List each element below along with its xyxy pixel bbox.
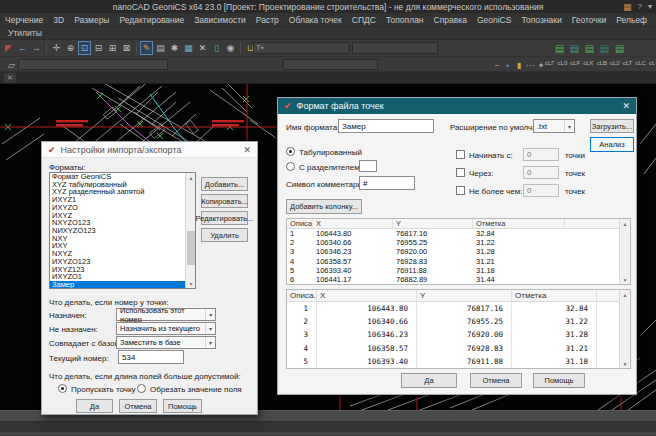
- zoom-window-icon[interactable]: ⊡: [78, 41, 91, 55]
- export-points-icon[interactable]: ▤: [613, 41, 626, 55]
- dialog-title-bar[interactable]: ✔ Настройки импорта/экспорта ✕: [42, 142, 257, 158]
- format-list-item[interactable]: XYZ табулированный: [50, 181, 185, 189]
- chevron-down-icon[interactable]: ▾: [564, 120, 574, 132]
- menu-item[interactable]: Зависимости: [189, 15, 251, 25]
- menu-item[interactable]: Размеры: [69, 15, 114, 25]
- trim-value-radio[interactable]: [137, 384, 146, 393]
- menu-item[interactable]: 3D: [48, 15, 69, 25]
- format-list-item[interactable]: Формат GeoniCS: [50, 173, 185, 181]
- extension-select[interactable]: .txt▾: [533, 119, 575, 133]
- menu-item[interactable]: GeoniCS: [472, 15, 517, 25]
- nanocad-logo-icon[interactable]: ◤: [2, 41, 15, 55]
- scroll-up-icon[interactable]: ▲: [620, 290, 630, 299]
- format-list-item[interactable]: NXYZ: [50, 250, 185, 258]
- zoom-dynamic-icon[interactable]: ⊟: [92, 41, 105, 55]
- edit-format-button[interactable]: Редактировать...: [201, 211, 248, 225]
- color-combobox[interactable]: [283, 59, 378, 70]
- format-list-item[interactable]: ИXYZ123: [50, 266, 185, 274]
- globe-icon[interactable]: ◉: [224, 41, 237, 55]
- not-assigned-select[interactable]: Назначить из текущего▾: [116, 322, 216, 335]
- parsed-points-table[interactable]: Описа... X Y Отметка 1106443.80 76817.16…: [286, 289, 631, 369]
- assigned-select[interactable]: Использовать этот номер▾: [116, 308, 216, 321]
- menu-item[interactable]: СПДС: [347, 15, 381, 25]
- table-row[interactable]: 4106358.57 76928.8331.21: [287, 342, 630, 355]
- toolbar-separator[interactable]: [240, 42, 241, 54]
- start-with-checkbox[interactable]: [456, 150, 465, 159]
- listbox-scrollbar[interactable]: ▲ ▼: [185, 173, 195, 288]
- scroll-down-icon[interactable]: ▼: [620, 275, 630, 284]
- menu-item[interactable]: Облака точек: [284, 15, 347, 25]
- format-list-item[interactable]: Замер: [50, 281, 185, 289]
- open-drawing-icon[interactable]: ▤: [568, 41, 581, 55]
- pan-icon[interactable]: ✛: [50, 41, 63, 55]
- add-column-button[interactable]: Добавить колонку...: [286, 199, 362, 214]
- add-format-button[interactable]: Добавить...: [201, 177, 248, 191]
- delete-format-button[interactable]: Удалить: [201, 228, 248, 242]
- import-points-icon[interactable]: ▤: [598, 41, 611, 55]
- format-list-item[interactable]: ИXY: [50, 242, 185, 250]
- zoom-previous-icon[interactable]: ⊞: [106, 41, 119, 55]
- table-row[interactable]: 3106346.23 76920.0031.28: [287, 328, 630, 341]
- formats-listbox[interactable]: Формат GeoniCSXYZ табулированныйXYZ разд…: [49, 172, 196, 289]
- layer-state-icon[interactable]: ▱: [5, 58, 18, 72]
- table-row[interactable]: 6106441.17 76882.8931.44: [287, 275, 630, 284]
- table-row[interactable]: 1106443.80 76817.1632.84: [287, 229, 630, 238]
- menu-item[interactable]: Топознаки: [516, 15, 566, 25]
- table-scrollbar[interactable]: ▲ ▼: [619, 290, 630, 368]
- dimension-style-combobox[interactable]: [352, 42, 438, 54]
- tabulated-radio[interactable]: [286, 147, 295, 156]
- cancel-button[interactable]: Отмена: [470, 373, 522, 388]
- text-style-combobox[interactable]: T▪: [253, 42, 349, 54]
- analyze-button[interactable]: Анализ: [590, 137, 634, 152]
- ok-button[interactable]: Да: [401, 373, 457, 388]
- current-number-input[interactable]: 534: [118, 350, 184, 364]
- search-settings-icon[interactable]: ✱: [168, 41, 181, 55]
- format-list-item[interactable]: NXY: [50, 235, 185, 243]
- max-count-input[interactable]: 0: [523, 184, 559, 197]
- table-row[interactable]: 5106393.40 76911.8831.18: [287, 355, 630, 368]
- zoom-realtime-icon[interactable]: ⊕: [64, 41, 77, 55]
- table-row[interactable]: 1106443.80 76817.1632.84: [287, 302, 630, 315]
- file-preview-table[interactable]: Описа... X Y Отметка 1106443.80 76817.16…: [286, 218, 631, 285]
- close-icon[interactable]: ✕: [622, 101, 630, 111]
- linetype-icon[interactable]: ▮: [514, 58, 524, 72]
- layer-button[interactable]: cLK: [583, 60, 593, 66]
- load-button[interactable]: Загрузить...: [590, 119, 634, 133]
- layer-button[interactable]: cL0: [558, 60, 568, 66]
- copy-format-button[interactable]: Копировать...: [201, 194, 248, 208]
- format-list-item[interactable]: ИXYZ: [50, 212, 185, 220]
- format-list-item[interactable]: NИXYZO123: [50, 227, 185, 235]
- scroll-down-icon[interactable]: ▼: [186, 279, 196, 288]
- layout-grid-icon[interactable]: ▦: [623, 2, 632, 12]
- step-checkbox[interactable]: [456, 168, 465, 177]
- properties-table-icon[interactable]: ▤: [154, 41, 167, 55]
- layer-button[interactable]: cL2: [610, 60, 620, 66]
- table-row[interactable]: 2106340.66 76955.2531.22: [287, 315, 630, 328]
- cancel-button[interactable]: Отмена: [119, 399, 157, 413]
- comment-symbol-input[interactable]: #: [359, 176, 415, 190]
- menu-item[interactable]: Рельеф: [611, 15, 652, 25]
- menu-item[interactable]: Растр: [251, 15, 284, 25]
- skip-point-radio[interactable]: [58, 384, 67, 393]
- matches-base-select[interactable]: Заместить в базе▾: [116, 336, 216, 349]
- color-swatch-icon[interactable]: ▪: [503, 58, 513, 72]
- undo-arrow-icon[interactable]: ←: [16, 41, 29, 55]
- chart-icon[interactable]: ▦: [182, 41, 195, 55]
- table-row[interactable]: 4106358.57 76928.8331.21: [287, 257, 630, 266]
- format-list-item[interactable]: ИXYZ1: [50, 196, 185, 204]
- notebook-icon[interactable]: ▯: [210, 41, 223, 55]
- step-input[interactable]: 0: [523, 166, 559, 179]
- menu-item[interactable]: Геоточки: [567, 15, 612, 25]
- menu-item[interactable]: Справка: [429, 15, 472, 25]
- format-list-item[interactable]: NXYZO123: [50, 219, 185, 227]
- table-row[interactable]: 5106393.40 76911.8831.18: [287, 266, 630, 275]
- chevron-down-icon[interactable]: ▾: [205, 309, 215, 320]
- ok-button[interactable]: Да: [76, 399, 113, 413]
- toolbar-separator[interactable]: [46, 42, 47, 54]
- toolbar-separator[interactable]: [136, 42, 137, 54]
- tools-icon[interactable]: ✕: [196, 41, 209, 55]
- scroll-down-icon[interactable]: ▼: [620, 359, 630, 368]
- help-button[interactable]: Помощь: [533, 373, 585, 388]
- layer-button[interactable]: cLT: [623, 60, 633, 66]
- format-list-item[interactable]: ИXYZO: [50, 204, 185, 212]
